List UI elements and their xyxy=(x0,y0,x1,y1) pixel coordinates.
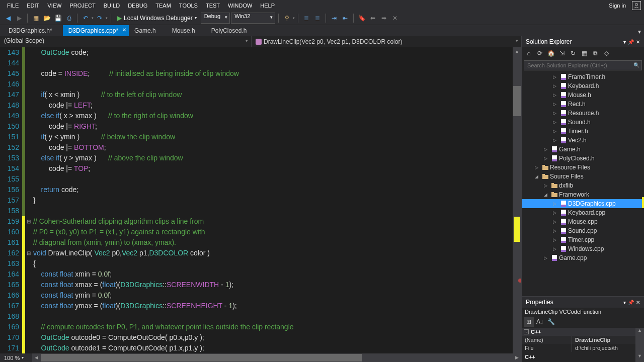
code-text-area[interactable]: 1431441451461471481491501511521531541551… xyxy=(0,47,521,353)
alphabetical-icon[interactable]: A↓ xyxy=(535,317,545,327)
expand-icon[interactable]: ▷ xyxy=(553,210,559,215)
collapse-icon[interactable]: ⇲ xyxy=(557,48,567,58)
expand-icon[interactable]: ▷ xyxy=(544,255,550,260)
tree-item[interactable]: ▷PolyClosed.h xyxy=(522,154,644,163)
start-debugging-button[interactable]: ▶ Local Windows Debugger ▾ xyxy=(114,13,200,24)
uncomment-icon[interactable]: ≣ xyxy=(312,13,323,23)
bookmark-icon[interactable]: 🔖 xyxy=(357,13,367,23)
menu-team[interactable]: TEAM xyxy=(151,2,175,10)
tree-item[interactable]: ▷Timer.cpp xyxy=(522,235,644,244)
member-dropdown[interactable]: DrawLineClip(Vec2 p0, Vec2 p1, D3DCOLOR … xyxy=(252,36,521,47)
scope-dropdown[interactable]: (Global Scope) xyxy=(0,36,252,47)
properties-icon[interactable]: ⧉ xyxy=(590,48,600,58)
expand-icon[interactable]: ▷ xyxy=(553,120,559,125)
expand-icon[interactable]: ▷ xyxy=(553,93,559,98)
expand-icon[interactable]: ▷ xyxy=(553,201,559,206)
tree-item[interactable]: ▷Resource Files xyxy=(522,163,644,172)
sync-icon[interactable]: ⟳ xyxy=(535,48,545,58)
tab-mouseh[interactable]: Mouse.h xyxy=(167,25,206,36)
expand-icon[interactable]: ▷ xyxy=(553,228,559,233)
panel-menu-icon[interactable]: ▾ xyxy=(623,300,626,305)
tree-item[interactable]: ▷Sound.cpp xyxy=(522,226,644,235)
solution-platform-select[interactable]: Win32 xyxy=(231,13,275,24)
tree-item[interactable]: ▷Mouse.h xyxy=(522,90,644,100)
tree-item[interactable]: ◢Framework xyxy=(522,190,644,199)
expand-icon[interactable]: ▷ xyxy=(553,83,559,88)
undo-icon[interactable]: ↶ xyxy=(80,13,91,23)
panel-close-icon[interactable]: ✕ xyxy=(636,39,640,45)
expand-icon[interactable]: ▷ xyxy=(553,138,559,143)
refresh-icon[interactable]: ↻ xyxy=(568,48,578,58)
new-project-icon[interactable]: ▦ xyxy=(31,13,41,23)
expand-icon[interactable]: ▷ xyxy=(544,156,550,161)
tab-d3dgraphicsh[interactable]: D3DGraphics.h* xyxy=(3,25,63,36)
vertical-scrollbar[interactable]: ▲ ▼ xyxy=(513,47,521,353)
clear-bookmarks-icon[interactable]: ✕ xyxy=(390,13,400,23)
home-icon[interactable]: ⌂ xyxy=(524,48,534,58)
property-category[interactable]: -C++ xyxy=(522,328,635,336)
menu-view[interactable]: VIEW xyxy=(43,2,65,10)
sign-in-link[interactable]: Sign in xyxy=(605,2,630,10)
property-row[interactable]: Filed:\chili projects\th xyxy=(522,344,635,352)
indent-icon[interactable]: ⇥ xyxy=(329,13,339,23)
tree-item[interactable]: ▷Game.cpp xyxy=(522,253,644,262)
expand-icon[interactable]: ▷ xyxy=(553,246,559,251)
scroll-up-icon[interactable]: ▲ xyxy=(513,47,521,56)
solution-search-input[interactable] xyxy=(524,61,631,70)
user-icon[interactable] xyxy=(632,1,641,10)
tree-item[interactable]: ▷FrameTimer.h xyxy=(522,72,644,81)
panel-pin-icon[interactable]: 📌 xyxy=(628,39,634,45)
properties-scrollbar[interactable]: ▲ ▼ xyxy=(635,328,644,362)
tree-item[interactable]: ◢Source Files xyxy=(522,172,644,181)
expand-icon[interactable]: ◢ xyxy=(535,174,541,179)
menu-edit[interactable]: EDIT xyxy=(23,2,43,10)
tree-item[interactable]: ▷Resource.h xyxy=(522,109,644,118)
find-icon[interactable]: ⚲ xyxy=(282,13,292,23)
expand-icon[interactable]: ▷ xyxy=(553,102,559,107)
menu-tools[interactable]: TOOLS xyxy=(175,2,202,10)
expand-icon[interactable]: ▷ xyxy=(535,165,541,170)
menu-build[interactable]: BUILD xyxy=(100,2,124,10)
expand-icon[interactable]: ▷ xyxy=(544,147,550,152)
zoom-level[interactable]: 100 % xyxy=(4,355,20,361)
panel-close-icon[interactable]: ✕ xyxy=(636,300,640,305)
tree-item[interactable]: ▷Keyboard.cpp xyxy=(522,208,644,217)
expand-icon[interactable]: ▷ xyxy=(553,129,559,134)
categorized-icon[interactable]: ⊞ xyxy=(524,317,534,327)
tree-item[interactable]: ▷Game.h xyxy=(522,145,644,154)
solution-config-select[interactable]: Debug xyxy=(201,13,230,24)
tree-item[interactable]: ▷Rect.h xyxy=(522,100,644,109)
expand-icon[interactable]: ▷ xyxy=(553,237,559,242)
redo-icon[interactable]: ↷ xyxy=(95,13,105,23)
tab-close-icon[interactable]: ✕ xyxy=(122,27,126,33)
expand-icon[interactable]: ◢ xyxy=(544,192,550,197)
save-all-icon[interactable]: ⎙ xyxy=(64,13,74,23)
tree-item[interactable]: ▷Windows.cpp xyxy=(522,244,644,253)
props-pages-icon[interactable]: 🔧 xyxy=(546,317,556,327)
save-icon[interactable]: 💾 xyxy=(53,13,63,23)
pending-icon[interactable]: 🏠 xyxy=(546,48,556,58)
solution-search[interactable]: 🔍 xyxy=(524,60,642,70)
tree-item[interactable]: ▷Keyboard.h xyxy=(522,81,644,90)
panel-pin-icon[interactable]: 📌 xyxy=(628,300,634,305)
tree-item[interactable]: ▷Timer.h xyxy=(522,127,644,136)
menu-debug[interactable]: DEBUG xyxy=(124,2,151,10)
outdent-icon[interactable]: ⇤ xyxy=(340,13,350,23)
tab-d3dgraphicscpp[interactable]: D3DGraphics.cpp*✕ xyxy=(63,25,129,36)
comment-icon[interactable]: ≣ xyxy=(301,13,311,23)
expand-icon[interactable]: ▷ xyxy=(553,74,559,79)
property-row[interactable]: (Name)DrawLineClip xyxy=(522,336,635,344)
menu-project[interactable]: PROJECT xyxy=(65,2,99,10)
tree-item[interactable]: ▷dxflib xyxy=(522,181,644,190)
panel-menu-icon[interactable]: ▾ xyxy=(623,39,626,45)
search-submit-icon[interactable]: 🔍 xyxy=(631,61,641,70)
back-nav-icon[interactable]: ◀ xyxy=(3,13,13,23)
expand-icon[interactable]: ▷ xyxy=(544,183,550,188)
next-bookmark-icon[interactable]: ➡ xyxy=(379,13,389,23)
preview-icon[interactable]: ◇ xyxy=(601,48,611,58)
open-icon[interactable]: 📂 xyxy=(42,13,52,23)
horizontal-scrollbar[interactable]: ◀ ▶ xyxy=(32,353,521,362)
tree-item[interactable]: ▷D3DGraphics.cpp xyxy=(522,199,644,208)
tree-item[interactable]: ▷Mouse.cpp xyxy=(522,217,644,226)
prev-bookmark-icon[interactable]: ⬅ xyxy=(368,13,378,23)
